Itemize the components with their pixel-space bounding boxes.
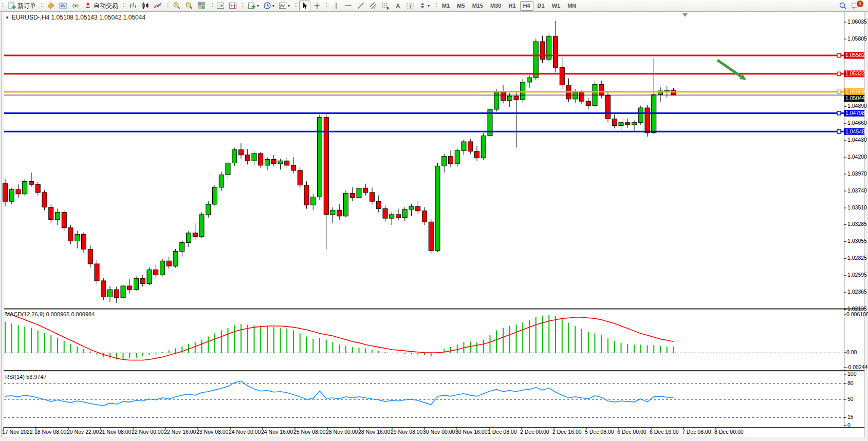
bar-chart-button[interactable]: [127, 1, 139, 11]
text-button[interactable]: A: [392, 1, 403, 11]
support-line-2-price-label-text: 1.04548: [845, 128, 865, 135]
notifications-button[interactable]: 1: [849, 1, 865, 11]
line-handle[interactable]: [837, 130, 841, 133]
toolbar-group-handle-icon[interactable]: [41, 2, 43, 9]
tf-mn[interactable]: MN: [564, 1, 579, 11]
bear-candle: [429, 222, 433, 251]
text-label-button[interactable]: T: [404, 1, 416, 11]
bear-candle: [62, 213, 66, 228]
bear-candle: [298, 170, 302, 185]
periodicity-button[interactable]: ▾: [262, 1, 276, 11]
vertical-line-button[interactable]: [330, 1, 342, 11]
crosshair-button[interactable]: [311, 1, 323, 11]
time-axis[interactable]: 17 Nov 202218 Nov 08:0020 Nov 22:0021 No…: [2, 427, 744, 435]
chart-canvas[interactable]: 1.060351.058051.048901.046601.044301.042…: [0, 0, 868, 441]
new-order-button[interactable]: 新订单: [6, 1, 38, 11]
bull-candle: [521, 82, 525, 100]
bull-candle: [232, 150, 237, 163]
zoom-in-button[interactable]: [171, 1, 182, 11]
bull-candle: [134, 279, 139, 290]
price-tick-label: 1.03055: [847, 238, 867, 244]
toolbar-group-handle-icon[interactable]: [167, 2, 169, 9]
fibo-icon: F: [381, 2, 390, 10]
tile-windows-button[interactable]: [196, 1, 207, 11]
bear-candle: [586, 101, 590, 106]
dropdown-caret-icon[interactable]: ▾: [257, 4, 259, 8]
current-price-label-text: 1.05044: [845, 95, 865, 101]
bull-candle: [455, 150, 459, 164]
bear-candle: [82, 235, 86, 250]
bull-candle: [206, 204, 211, 215]
text-label-icon: T: [406, 2, 414, 10]
data-window-button[interactable]: [58, 1, 69, 11]
bear-candle: [396, 215, 401, 218]
toolbar-group-handle-icon[interactable]: [123, 2, 125, 9]
tf-m1[interactable]: M1: [439, 1, 453, 11]
time-tick-label: 21 Nov 08:00: [99, 429, 132, 435]
time-tick-label: 7 Dec 08:00: [682, 429, 711, 435]
price-tick-label: 1.03285: [847, 221, 867, 227]
line-handle[interactable]: [837, 111, 841, 115]
toolbar-group-handle-icon[interactable]: [242, 2, 244, 9]
toolbar-group-handle-icon[interactable]: [210, 2, 213, 9]
tf-m1-label: M1: [442, 3, 450, 9]
tf-m30[interactable]: M30: [487, 1, 504, 11]
tf-m5[interactable]: M5: [454, 1, 468, 11]
chart-menu-triangle-icon[interactable]: ▼: [5, 15, 9, 20]
line-handle[interactable]: [837, 54, 841, 57]
arrows-button[interactable]: ▾: [417, 1, 431, 11]
time-tick-label: 6 Dec 00:00: [617, 429, 647, 435]
toolbar-group-handle-icon[interactable]: [326, 2, 328, 9]
line-handle[interactable]: [837, 72, 841, 75]
bear-candle: [376, 201, 381, 208]
bull-candle: [108, 290, 113, 297]
zoom-out-button[interactable]: [183, 1, 195, 11]
toolbar-group-handle-icon[interactable]: [434, 2, 437, 9]
tf-d1[interactable]: D1: [534, 1, 548, 11]
price-tick-label: 1.05805: [847, 35, 867, 42]
macd-indicator-label: MACD(12,26,9) 0.000965 0.000984: [5, 311, 95, 317]
dropdown-caret-icon[interactable]: ▾: [272, 4, 274, 8]
bull-candle: [481, 136, 486, 158]
tf-w1[interactable]: W1: [549, 1, 564, 11]
horizontal-line-button[interactable]: [343, 1, 354, 11]
bull-candle: [435, 166, 440, 251]
line-chart-button[interactable]: [152, 1, 163, 11]
chart-shift-button[interactable]: [227, 1, 238, 11]
candlestick-button[interactable]: [140, 1, 151, 11]
time-tick-label: 6 Dec 16:00: [650, 429, 679, 435]
signals-button[interactable]: [70, 1, 81, 11]
bear-candle: [291, 165, 296, 170]
bull-candle: [160, 261, 165, 275]
market-watch-button[interactable]: [45, 1, 57, 11]
indicators-button[interactable]: ▾: [277, 1, 291, 11]
cursor-button[interactable]: [299, 1, 310, 11]
dropdown-caret-icon[interactable]: ▾: [288, 4, 290, 8]
line-handle[interactable]: [837, 90, 841, 93]
toolbar-group-handle-icon[interactable]: [294, 2, 297, 9]
fibonacci-button[interactable]: F: [380, 1, 391, 11]
bear-candle: [35, 184, 40, 193]
bull-candle: [75, 235, 80, 241]
bull-candle: [219, 175, 224, 187]
support-line-1-price-label-text: 1.04798: [845, 110, 865, 116]
bear-candle: [514, 96, 519, 100]
dropdown-caret-icon[interactable]: ▾: [428, 4, 430, 8]
bear-candle: [167, 261, 171, 266]
search-button[interactable]: [837, 1, 848, 11]
bull-candle: [390, 215, 394, 218]
tf-m15[interactable]: M15: [469, 1, 486, 11]
toolbar-group-handle-icon[interactable]: [2, 2, 4, 9]
auto-scroll-button[interactable]: [215, 1, 226, 11]
new-chart-button[interactable]: ▾: [246, 1, 261, 11]
tf-d1-label: D1: [538, 3, 545, 9]
tf-h1[interactable]: H1: [505, 1, 519, 11]
shapes-icon: [418, 2, 427, 10]
channel-button[interactable]: E: [367, 1, 379, 11]
autotrade-button[interactable]: 自动交易: [82, 1, 120, 11]
time-tick-label: 2 Dec 00:00: [520, 429, 549, 435]
tf-h4[interactable]: H4: [520, 1, 533, 11]
time-tick-label: 30 Nov 00:00: [423, 429, 455, 435]
trendline-button[interactable]: [355, 1, 366, 11]
bear-candle: [606, 95, 611, 119]
